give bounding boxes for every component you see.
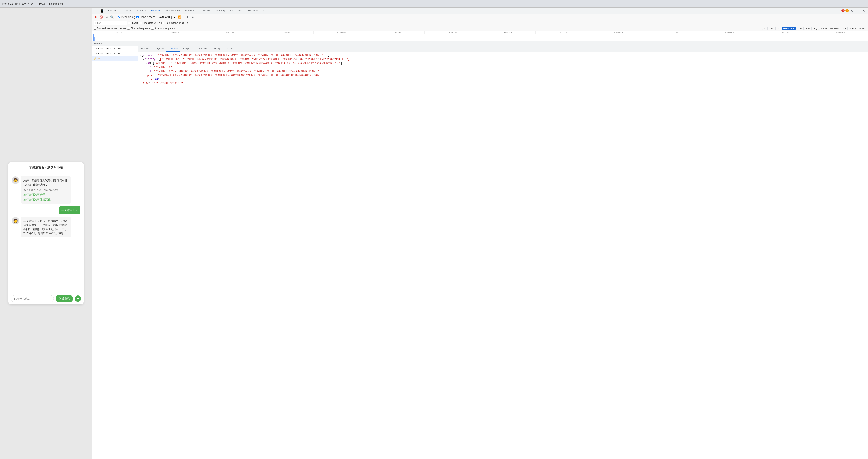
hide-data-urls-checkbox[interactable]: Hide data URLs xyxy=(139,22,160,24)
filter-icon[interactable]: ⊘ xyxy=(104,15,108,19)
preserve-log-checkbox[interactable]: Preserve log xyxy=(118,16,135,19)
browser-sep3: | xyxy=(47,2,48,5)
search-icon[interactable]: 🔍 xyxy=(110,15,114,19)
close-name-col[interactable]: ✕ xyxy=(101,42,102,45)
json-api-response-key: response xyxy=(143,73,155,78)
tab-performance[interactable]: Performance xyxy=(163,7,182,14)
tab-security[interactable]: Security xyxy=(214,7,227,14)
detail-tabs: Headers Payload Preview Response Initiat… xyxy=(138,46,868,52)
quick-link-2[interactable]: 如何进行汽车理赔流程 xyxy=(23,197,68,202)
mobile-panel: 车保通客服 - 测试号小丽 🧑 您好，我是客服测试号小丽,请问有什么业务可以帮助… xyxy=(0,7,92,459)
cursor-icon[interactable]: ⬚ xyxy=(94,8,99,13)
json-sub1-key: 1 xyxy=(150,69,151,73)
third-party-checkbox[interactable]: 3rd-party requests xyxy=(151,27,175,30)
json-api-response-val: "车保赠巨王卡是xx公司推出的一种综合保险服务，主要服务于xx城市中所有的车辆服… xyxy=(158,73,323,78)
tab-elements[interactable]: Elements xyxy=(105,7,120,14)
type-filter-other[interactable]: Other xyxy=(858,27,866,30)
more-icon[interactable]: ⋮ xyxy=(856,8,861,13)
detail-tab-preview[interactable]: Preview xyxy=(166,46,181,52)
zoom-selector[interactable]: 100% xyxy=(39,2,45,5)
type-filter-media[interactable]: Media xyxy=(819,27,828,30)
json-history-key: history xyxy=(145,57,155,61)
add-button[interactable]: + xyxy=(75,296,81,302)
detail-content: { response : "车保赠巨王卡是xx公司推出的一种综合保险服务，主要服… xyxy=(138,52,868,459)
tab-lighthouse[interactable]: Lighthouse xyxy=(228,7,245,14)
json-status-row: status : 200 xyxy=(140,78,866,82)
request-item-3[interactable]: ⚡ api xyxy=(92,56,137,61)
json-sub0-key: 0 xyxy=(150,66,151,69)
blocked-cookies-checkbox[interactable]: Blocked response cookies xyxy=(94,27,126,30)
throttle-select[interactable]: No throttling xyxy=(157,15,177,19)
req-name-2: info?t=1701871852541 xyxy=(98,52,121,55)
type-filter-js[interactable]: JS xyxy=(775,27,781,30)
tab-more[interactable]: » xyxy=(261,7,266,14)
detail-tab-timing[interactable]: Timing xyxy=(210,46,222,52)
triangle-hist0[interactable] xyxy=(146,61,147,65)
type-filter-fetch[interactable]: Fetch/XHR xyxy=(781,27,796,30)
name-col-label: Name xyxy=(94,42,100,45)
download-icon[interactable]: ⬇ xyxy=(191,15,195,19)
bot-text1: 您好，我是客服测试号小丽,请问有什么业务可以帮助您？ xyxy=(23,179,68,187)
triangle-root[interactable] xyxy=(140,54,141,57)
type-filter-img[interactable]: Img xyxy=(812,27,819,30)
tl-24000: 24000 ms xyxy=(702,31,757,34)
blocked-requests-checkbox[interactable]: Blocked requests xyxy=(127,27,150,30)
type-filter-ws[interactable]: WS xyxy=(841,27,847,30)
tab-sources[interactable]: Sources xyxy=(135,7,148,14)
quick-link-1[interactable]: 如何进行汽车参保 xyxy=(23,192,68,197)
viewport-x: × xyxy=(27,2,29,5)
json-time-row: time : "2023-12-06 13:31:37" xyxy=(140,82,866,85)
error-badge: 6 xyxy=(841,9,845,12)
close-icon[interactable]: ✕ xyxy=(861,8,866,13)
tl-28000: 28000 ms xyxy=(813,31,868,34)
tab-network[interactable]: Network xyxy=(149,7,162,14)
detail-tab-headers[interactable]: Headers xyxy=(138,46,152,52)
record-icon[interactable]: ⏺ xyxy=(94,15,98,19)
detail-tab-cookies[interactable]: Cookies xyxy=(222,46,236,52)
detail-tab-payload[interactable]: Payload xyxy=(152,46,166,52)
tab-console[interactable]: Console xyxy=(121,7,134,14)
detail-tab-initiator[interactable]: Initiator xyxy=(196,46,210,52)
mobile-frame: 车保通客服 - 测试号小丽 🧑 您好，我是客服测试号小丽,请问有什么业务可以帮助… xyxy=(8,162,84,304)
hide-ext-urls-checkbox[interactable]: Hide extension URLs xyxy=(161,22,188,24)
type-filter-manifest[interactable]: Manifest xyxy=(829,27,840,30)
device-icon[interactable]: 📱 xyxy=(99,8,104,13)
detail-tab-response[interactable]: Response xyxy=(180,46,196,52)
type-filter-font[interactable]: Font xyxy=(804,27,812,30)
browser-bar: iPhone 12 Pro | 390 × 844 | 100% | No th… xyxy=(0,0,868,7)
req-icon-2: </> xyxy=(94,52,97,55)
type-filter-all[interactable]: All xyxy=(762,27,768,30)
device-selector[interactable]: iPhone 12 Pro xyxy=(2,2,18,5)
json-hist0-key: 0 xyxy=(148,61,150,65)
main-layout: 车保通客服 - 测试号小丽 🧑 您好，我是客服测试号小丽,请问有什么业务可以帮助… xyxy=(0,7,868,459)
clear-icon[interactable]: 🚫 xyxy=(99,15,103,19)
triangle-history[interactable] xyxy=(143,57,144,61)
hide-ext-urls-label: Hide extension URLs xyxy=(165,22,188,24)
upload-icon[interactable]: ⬆ xyxy=(185,15,190,19)
request-item-2[interactable]: </> info?t=1701871852541 xyxy=(92,51,137,56)
type-filter-wasm[interactable]: Wasm xyxy=(848,27,857,30)
tl-18000: 18000 ms xyxy=(535,31,591,34)
chat-input[interactable] xyxy=(11,295,54,302)
type-filter-doc[interactable]: Doc xyxy=(768,27,775,30)
wifi-icon[interactable]: 📶 xyxy=(178,15,182,19)
request-item-1[interactable]: </> info?t=1701871852540 xyxy=(92,46,137,51)
name-column-header: Name ✕ xyxy=(94,42,140,45)
json-colon4: : xyxy=(151,66,154,69)
throttle-selector-top[interactable]: No throttling xyxy=(49,2,63,5)
tab-memory[interactable]: Memory xyxy=(183,7,196,14)
disable-cache-checkbox[interactable]: Disable cache xyxy=(136,16,155,19)
tab-recorder[interactable]: Recorder xyxy=(245,7,260,14)
chat-footer: 发送消息 + xyxy=(8,293,84,304)
send-button[interactable]: 发送消息 xyxy=(56,295,73,302)
tl-10000: 10000 ms xyxy=(313,31,369,34)
filter-input[interactable] xyxy=(94,21,127,25)
tab-application[interactable]: Application xyxy=(197,7,213,14)
invert-checkbox[interactable]: Invert xyxy=(128,22,138,24)
tl-20000: 20000 ms xyxy=(591,31,646,34)
type-filter-css[interactable]: CSS xyxy=(796,27,804,30)
settings-icon[interactable]: ⚙ xyxy=(849,8,855,13)
timeline-labels: 2000 ms 4000 ms 6000 ms 8000 ms 10000 ms… xyxy=(92,31,868,34)
filter-bar: Invert Hide data URLs Hide extension URL… xyxy=(92,20,868,26)
content-area: </> info?t=1701871852540 </> info?t=1701… xyxy=(92,46,868,459)
